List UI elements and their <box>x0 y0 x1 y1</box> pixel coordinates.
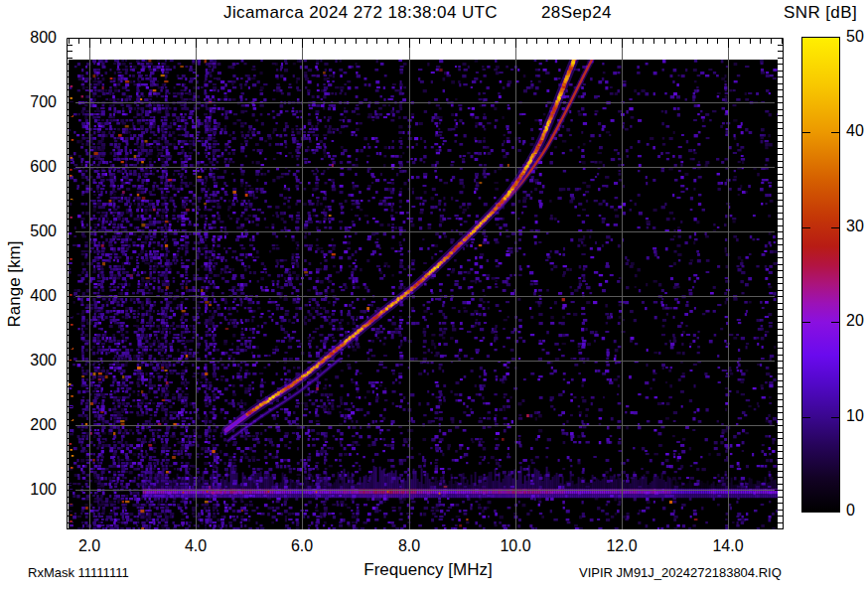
ionogram-canvas <box>67 38 785 531</box>
x-tick-label: 4.0 <box>169 537 222 555</box>
colorbar-tick-label: 50 <box>846 28 864 46</box>
colorbar-tick-label: 30 <box>846 218 864 235</box>
colorbar-tick <box>831 322 839 323</box>
colorbar-title: SNR [dB] <box>784 3 857 23</box>
y-tick-label: 400 <box>19 287 57 305</box>
plot-title: Jicamarca 2024 272 18:38:04 UTC <box>223 3 498 23</box>
colorbar-tick-label: 0 <box>846 502 855 519</box>
ionogram-figure: Jicamarca 2024 272 18:38:04 UTC 28Sep24 … <box>0 0 868 591</box>
x-tick-label: 10.0 <box>489 537 542 555</box>
colorbar-tick <box>802 132 810 133</box>
file-label: VIPIR JM91J_2024272183804.RIQ <box>579 565 782 580</box>
x-tick-label: 2.0 <box>63 537 116 555</box>
y-tick-label: 800 <box>19 29 57 47</box>
y-tick-label: 700 <box>19 93 57 111</box>
rxmask-label: RxMask 11111111 <box>28 565 129 580</box>
colorbar-tick <box>802 322 810 323</box>
y-tick-label: 300 <box>19 352 57 369</box>
x-tick-label: 12.0 <box>595 537 649 555</box>
colorbar <box>801 37 840 513</box>
x-tick-label: 8.0 <box>382 537 436 555</box>
y-tick-label: 200 <box>19 416 57 434</box>
colorbar-tick <box>831 132 839 133</box>
colorbar-tick <box>831 227 839 228</box>
colorbar-tick-label: 10 <box>846 407 864 425</box>
x-axis-title: Frequency [MHz] <box>329 560 527 580</box>
y-axis-title: Range [km] <box>5 241 25 328</box>
colorbar-tick-label: 20 <box>846 312 864 330</box>
x-tick-label: 14.0 <box>701 537 755 555</box>
colorbar-tick <box>802 417 810 418</box>
y-tick-label: 500 <box>19 222 57 240</box>
x-tick-label: 6.0 <box>275 537 329 555</box>
y-tick-label: 600 <box>19 158 57 176</box>
colorbar-tick-label: 40 <box>846 122 864 140</box>
plot-date-label: 28Sep24 <box>541 3 612 23</box>
y-tick-label: 100 <box>19 481 57 499</box>
colorbar-tick <box>802 227 810 228</box>
colorbar-tick <box>831 417 839 418</box>
